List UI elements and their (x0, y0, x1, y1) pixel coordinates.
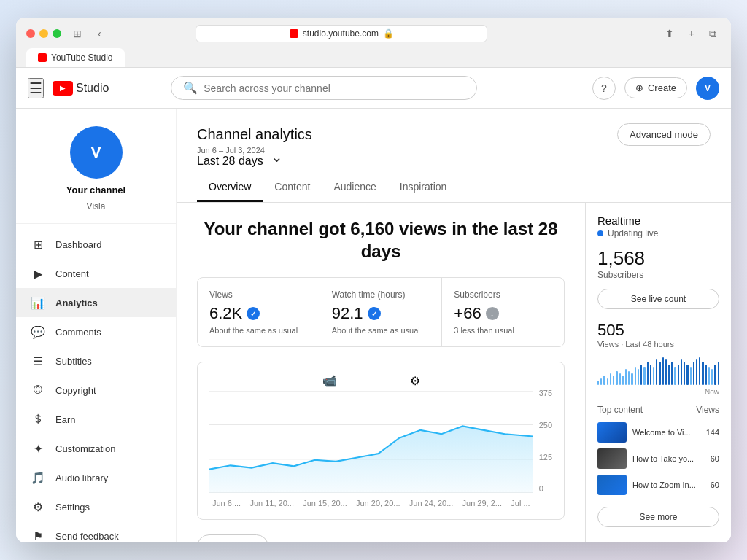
browser-tab[interactable]: YouTube Studio (26, 48, 125, 67)
mini-bar (616, 371, 617, 385)
traffic-light-red[interactable] (26, 29, 35, 38)
mini-bar (662, 357, 664, 385)
chart-icon-broadcast: ⚙ (410, 374, 420, 388)
metric-subscribers-sub: 3 less than usual (454, 326, 552, 335)
analytics-label: Analytics (55, 298, 98, 308)
sidebar-item-settings[interactable]: ⚙ Settings (16, 492, 176, 521)
subtitles-icon: ☰ (31, 354, 45, 368)
date-range-selector[interactable]: Jun 6 – Jul 3, 2024 Last 28 days ⌄ (177, 146, 731, 168)
chart-area (209, 391, 533, 493)
share-button[interactable]: ⬆ (661, 26, 678, 42)
youtube-logo[interactable]: Studio (53, 81, 109, 96)
mini-bar (678, 365, 679, 386)
metric-subscribers-value: +66 (454, 304, 481, 323)
see-more-button[interactable]: See more (197, 534, 268, 542)
dashboard-label: Dashboard (55, 239, 102, 250)
analytics-tabs: Overview Content Audience Inspiration (177, 174, 731, 203)
advanced-mode-button[interactable]: Advanced mode (617, 123, 711, 146)
search-bar[interactable]: 🔍 (171, 76, 477, 100)
avatar[interactable]: V (696, 77, 719, 100)
tab-audience[interactable]: Audience (322, 174, 387, 202)
mini-bar (665, 359, 667, 385)
metric-watchtime: Watch time (hours) 92.1 About the same a… (320, 278, 443, 346)
mini-bar (684, 362, 685, 385)
comments-icon: 💬 (31, 324, 45, 339)
sidebar-item-audio-library[interactable]: 🎵 Audio library (16, 463, 176, 492)
content-item-2: How to Take yo... 60 (597, 448, 719, 469)
mini-bar (628, 371, 630, 385)
sidebar-item-content[interactable]: ▶ Content (16, 259, 176, 288)
page-title: Channel analytics (197, 126, 312, 143)
traffic-light-green[interactable] (53, 29, 61, 38)
live-dot (597, 230, 603, 236)
sidebar: V Your channel Visla ⊞ Dashboard ▶ Conte… (16, 109, 177, 542)
tab-overview[interactable]: Overview (197, 174, 263, 202)
mini-bar (607, 378, 608, 386)
channel-name: Your channel (66, 184, 125, 195)
channel-info: V Your channel Visla (16, 114, 176, 224)
mini-bar (647, 362, 649, 385)
sidebar-item-comments[interactable]: 💬 Comments (16, 317, 176, 346)
right-panel: Realtime Updating live 1,568 Subscribers… (585, 203, 731, 542)
views-48h-count: 505 (597, 321, 719, 340)
search-input[interactable] (204, 82, 465, 94)
sidebar-item-send-feedback[interactable]: ⚑ Send feedback (16, 521, 176, 542)
views-48h-label: Views · Last 48 hours (597, 340, 719, 349)
mini-bar (613, 376, 614, 385)
content-label: Content (55, 268, 89, 279)
analytics-main: Your channel got 6,160 views in the last… (177, 203, 585, 542)
new-tab-button[interactable]: + (684, 26, 699, 42)
settings-icon: ⚙ (31, 499, 45, 514)
mini-bar (625, 369, 627, 385)
mini-bar (690, 367, 692, 385)
traffic-light-yellow[interactable] (39, 29, 48, 38)
tab-content[interactable]: Content (263, 174, 322, 202)
see-more-right-button[interactable]: See more (597, 507, 719, 527)
analytics-icon: 📊 (31, 295, 45, 310)
duplicate-button[interactable]: ⧉ (705, 26, 721, 42)
tab-inspiration[interactable]: Inspiration (388, 174, 459, 202)
mini-bar (702, 362, 703, 385)
chart-icon-video: 📹 (322, 374, 337, 388)
address-bar[interactable]: studio.youtube.com 🔒 (196, 25, 487, 42)
sidebar-item-dashboard[interactable]: ⊞ Dashboard (16, 230, 176, 259)
metric-subscribers-label: Subscribers (454, 289, 552, 300)
top-content-header: Top content Views (597, 405, 719, 415)
top-content-title: Top content (597, 405, 643, 415)
back-button[interactable]: ‹ (93, 26, 106, 41)
create-button[interactable]: ⊕ Create (624, 77, 687, 98)
mini-bar (668, 365, 670, 386)
copyright-icon: © (31, 383, 45, 397)
sidebar-item-earn[interactable]: ＄ Earn (16, 405, 176, 434)
mini-bar (659, 362, 660, 385)
sidebar-item-copyright[interactable]: © Copyright (16, 376, 176, 405)
see-live-count-button[interactable]: See live count (597, 289, 719, 309)
search-icon: 🔍 (183, 81, 198, 95)
menu-icon[interactable]: ☰ (28, 78, 44, 98)
dashboard-icon: ⊞ (31, 237, 45, 252)
tab-title: YouTube Studio (51, 52, 113, 63)
content-views-2: 60 (711, 454, 719, 463)
metric-views-label: Views (209, 289, 308, 300)
chart-icons: 📹 ⚙ (209, 374, 533, 388)
sidebar-item-subtitles[interactable]: ☰ Subtitles (16, 346, 176, 376)
studio-text: Studio (76, 82, 109, 95)
content-thumb-2 (597, 448, 627, 469)
y-label-125: 125 (539, 453, 552, 462)
metric-views-value: 6.2K (209, 304, 242, 323)
mini-bar (686, 365, 688, 386)
lock-icon: 🔒 (383, 28, 394, 39)
metric-watchtime-sub: About the same as usual (332, 326, 430, 335)
help-button[interactable]: ? (592, 77, 616, 100)
sidebar-item-customization[interactable]: ✦ Customization (16, 434, 176, 463)
main-content: Channel analytics Advanced mode Jun 6 – … (177, 109, 731, 542)
content-thumb-1 (597, 422, 627, 443)
mini-bar (696, 359, 697, 385)
date-range-main: Last 28 days (197, 155, 265, 168)
x-label-4: Jun 20, 20... (356, 499, 400, 508)
metrics-row: Views 6.2K About the same as usual Watch… (197, 277, 565, 347)
metric-watchtime-value: 92.1 (332, 304, 363, 323)
sidebar-toggle-browser[interactable]: ⊞ (69, 26, 86, 41)
sidebar-item-analytics[interactable]: 📊 Analytics (16, 288, 176, 317)
channel-avatar[interactable]: V (70, 126, 123, 179)
